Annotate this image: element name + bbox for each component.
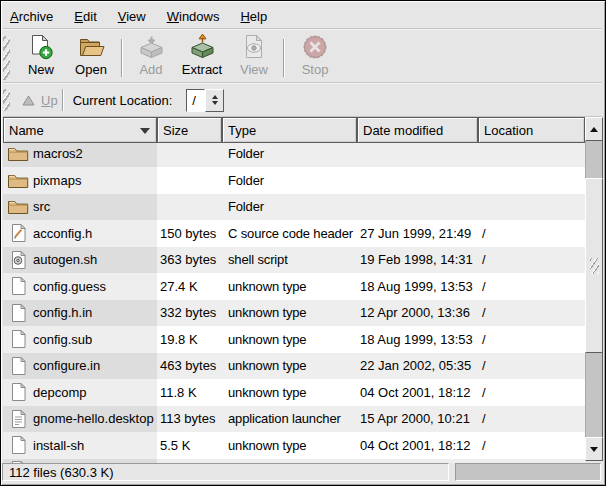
location-combo: / bbox=[186, 89, 224, 112]
file-row-gnome-hello.desktop[interactable]: gnome-hello.desktop113 bytesapplication … bbox=[3, 406, 585, 433]
cell-date-modified: 04 Oct 2001, 18:12 bbox=[357, 379, 478, 406]
column-header-type[interactable]: Type bbox=[222, 117, 357, 143]
cell-size: 363 bytes bbox=[157, 247, 222, 274]
cell-date-modified: 22 Jan 2002, 05:35 bbox=[357, 353, 478, 380]
menu-help[interactable]: Help bbox=[240, 9, 267, 24]
file-list-header: NameSizeTypeDate modifiedLocation bbox=[3, 117, 585, 143]
document-icon bbox=[7, 276, 29, 296]
cell-name: autogen.sh bbox=[3, 247, 157, 274]
open-button-label: Open bbox=[75, 62, 107, 77]
location-bar: Up Current Location: / bbox=[3, 86, 602, 114]
file-row-depcomp[interactable]: depcomp11.8 Kunknown type04 Oct 2001, 18… bbox=[3, 379, 585, 406]
toolbar-drag-handle[interactable] bbox=[3, 36, 10, 80]
add-button-label: Add bbox=[139, 62, 162, 77]
toolbar-group-separator bbox=[283, 39, 285, 77]
column-header-location[interactable]: Location bbox=[478, 117, 585, 143]
scrollbar-up-button[interactable] bbox=[585, 117, 603, 141]
current-location-label: Current Location: bbox=[73, 93, 173, 108]
cell-type: unknown type bbox=[222, 273, 357, 300]
location-bar-separator bbox=[62, 89, 64, 111]
document-icon bbox=[7, 329, 29, 349]
up-button[interactable]: Up bbox=[22, 93, 58, 108]
cell-name: config.sub bbox=[3, 326, 157, 353]
cell-size: 463 bytes bbox=[157, 353, 222, 380]
file-row-pixmaps[interactable]: pixmapsFolder bbox=[3, 167, 585, 194]
file-name: configure.in bbox=[33, 358, 100, 373]
up-arrow-icon bbox=[22, 95, 35, 106]
file-row-macros2[interactable]: macros2Folder bbox=[3, 143, 585, 167]
menu-edit[interactable]: Edit bbox=[74, 9, 96, 24]
location-combo-entry[interactable]: / bbox=[186, 89, 205, 112]
file-row-autogen.sh[interactable]: autogen.sh363 bytesshell script19 Feb 19… bbox=[3, 247, 585, 274]
cell-type: application launcher bbox=[222, 406, 357, 433]
file-row-src[interactable]: srcFolder bbox=[3, 194, 585, 221]
new-button[interactable]: New bbox=[22, 34, 60, 82]
menu-view[interactable]: View bbox=[118, 9, 146, 24]
c-source-icon bbox=[7, 223, 29, 243]
file-list-body: macros2FolderpixmapsFoldersrcFolderaccon… bbox=[3, 143, 585, 463]
location-combo-dropdown-button[interactable] bbox=[205, 89, 224, 112]
view-button-label: View bbox=[240, 62, 268, 77]
cell-size: 113 bytes bbox=[157, 406, 222, 433]
menu-bar: ArchiveEditViewWindowsHelp bbox=[3, 3, 602, 29]
cell-name: src bbox=[3, 194, 157, 221]
file-row-config.guess[interactable]: config.guess27.4 Kunknown type18 Aug 199… bbox=[3, 273, 585, 300]
column-header-date-modified[interactable]: Date modified bbox=[357, 117, 478, 143]
cell-name: pixmaps bbox=[3, 167, 157, 194]
location-bar-drag-handle[interactable] bbox=[3, 89, 10, 111]
cell-location: / bbox=[478, 300, 585, 327]
open-button[interactable]: Open bbox=[67, 34, 115, 82]
cell-name: macros2 bbox=[3, 143, 157, 167]
status-text: 112 files (630.3 K) bbox=[9, 465, 114, 480]
cell-location: / bbox=[478, 432, 585, 459]
file-name: config.sub bbox=[33, 332, 92, 347]
file-row-install-sh[interactable]: install-sh5.5 Kunknown type04 Oct 2001, … bbox=[3, 432, 585, 459]
cell-type: Folder bbox=[222, 194, 357, 221]
vertical-scrollbar bbox=[585, 117, 603, 461]
sort-descending-icon bbox=[140, 128, 150, 134]
folder-icon bbox=[7, 144, 29, 163]
scrollbar-thumb[interactable] bbox=[585, 178, 603, 353]
extract-button[interactable]: Extract bbox=[175, 34, 229, 82]
toolbar-separator bbox=[3, 82, 602, 84]
menu-archive[interactable]: Archive bbox=[10, 9, 53, 24]
cell-location: / bbox=[478, 247, 585, 274]
view-button[interactable]: View bbox=[231, 34, 277, 82]
folder-icon bbox=[7, 197, 29, 216]
stop-button[interactable]: Stop bbox=[293, 34, 337, 82]
new-button-label: New bbox=[28, 62, 54, 77]
cell-date-modified: 19 Feb 1998, 14:31 bbox=[357, 247, 478, 274]
cell-name: install-sh bbox=[3, 432, 157, 459]
file-name: macros2 bbox=[33, 146, 83, 161]
add-files-icon bbox=[138, 34, 165, 60]
cell-date-modified: 18 Aug 1999, 13:53 bbox=[357, 273, 478, 300]
combo-down-arrow-icon bbox=[212, 101, 218, 105]
file-row-configure.in[interactable]: configure.in463 bytesunknown type22 Jan … bbox=[3, 353, 585, 380]
file-row-config.h.in[interactable]: config.h.in332 bytesunknown type12 Apr 2… bbox=[3, 300, 585, 327]
cell-location bbox=[478, 143, 585, 167]
extract-button-label: Extract bbox=[182, 62, 222, 77]
scrollbar-down-button[interactable] bbox=[585, 437, 603, 461]
scrollbar-trough[interactable] bbox=[585, 141, 603, 437]
column-header-size[interactable]: Size bbox=[157, 117, 222, 143]
file-row-config.sub[interactable]: config.sub19.8 Kunknown type18 Aug 1999,… bbox=[3, 326, 585, 353]
column-header-name[interactable]: Name bbox=[3, 117, 157, 143]
scrollbar-thumb-grip bbox=[590, 258, 599, 274]
add-button[interactable]: Add bbox=[129, 34, 173, 82]
cell-location: / bbox=[478, 220, 585, 247]
cell-name: depcomp bbox=[3, 379, 157, 406]
file-name: install-sh bbox=[33, 438, 84, 453]
stop-icon bbox=[302, 34, 328, 60]
toolbar: NewOpenAddExtractViewStop bbox=[3, 31, 602, 84]
stop-button-label: Stop bbox=[302, 62, 329, 77]
cell-date-modified: 18 Aug 1999, 13:53 bbox=[357, 326, 478, 353]
cell-size: 19.8 K bbox=[157, 326, 222, 353]
document-icon bbox=[7, 356, 29, 376]
toolbar-group-separator bbox=[121, 39, 123, 77]
file-name: depcomp bbox=[33, 385, 86, 400]
cell-location: / bbox=[478, 379, 585, 406]
file-row-acconfig.h[interactable]: acconfig.h150 bytesC source code header2… bbox=[3, 220, 585, 247]
menu-windows[interactable]: Windows bbox=[167, 9, 220, 24]
cell-date-modified bbox=[357, 167, 478, 194]
cell-size bbox=[157, 167, 222, 194]
